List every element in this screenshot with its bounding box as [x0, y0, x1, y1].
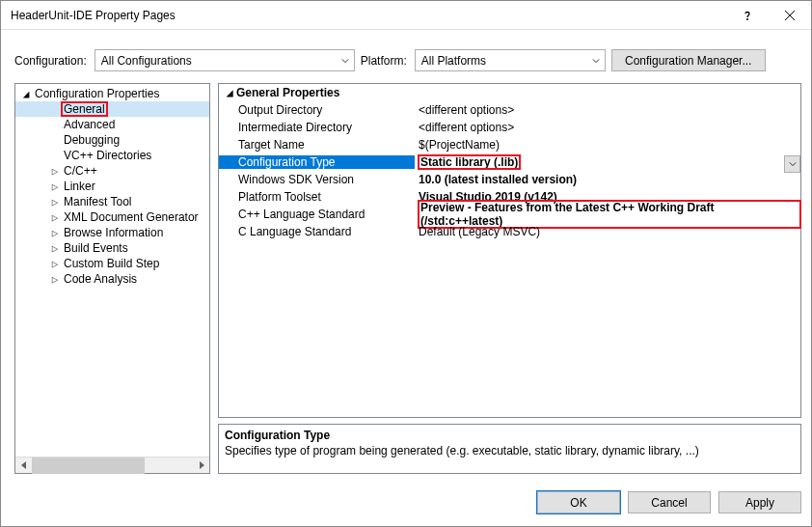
- configuration-manager-button[interactable]: Configuration Manager...: [611, 49, 766, 71]
- titlebar: HeaderUnit-IDE Property Pages: [1, 1, 811, 30]
- property-row[interactable]: Windows SDK Version10.0 (latest installe…: [219, 171, 800, 188]
- property-value[interactable]: Default (Legacy MSVC): [415, 225, 800, 238]
- property-name: Platform Toolset: [219, 190, 415, 204]
- tree-root-label: Configuration Properties: [33, 87, 161, 100]
- grid-header[interactable]: ◢ General Properties: [219, 84, 800, 101]
- collapse-icon[interactable]: ◢: [223, 86, 236, 99]
- property-name: C++ Language Standard: [219, 208, 415, 221]
- property-name: Configuration Type: [219, 155, 415, 169]
- expand-icon[interactable]: ▷: [48, 165, 62, 178]
- config-combo[interactable]: All Configurations: [95, 49, 355, 71]
- svg-point-0: [746, 18, 747, 19]
- tree-item-label: Manifest Tool: [62, 195, 133, 208]
- tree-item[interactable]: Advanced: [15, 117, 209, 132]
- tree-item-label: Code Analysis: [62, 272, 139, 286]
- tree-item[interactable]: ▷Browse Information: [15, 225, 209, 240]
- grid-header-label: General Properties: [236, 86, 339, 99]
- tree-item-label: VC++ Directories: [62, 149, 153, 162]
- horizontal-scrollbar[interactable]: [15, 457, 209, 473]
- tree-item-label: Advanced: [62, 118, 117, 131]
- scroll-track[interactable]: [32, 458, 193, 474]
- expand-icon[interactable]: ▷: [48, 211, 62, 224]
- tree-item-label: Build Events: [62, 241, 130, 255]
- tree-item-label: Debugging: [62, 133, 122, 147]
- property-value[interactable]: Static library (.lib): [415, 155, 800, 169]
- tree-panel: ◢ Configuration Properties GeneralAdvanc…: [14, 83, 210, 474]
- expand-icon[interactable]: ▷: [48, 273, 62, 286]
- expand-icon[interactable]: ▷: [48, 242, 62, 255]
- tree-item[interactable]: Debugging: [15, 132, 209, 148]
- scroll-right-icon[interactable]: [193, 458, 209, 474]
- property-value-text: <different options>: [419, 121, 514, 134]
- description-body: Specifies type of program being generate…: [225, 444, 795, 458]
- tree-item-label: C/C++: [62, 164, 99, 178]
- property-value[interactable]: <different options>: [415, 121, 800, 134]
- chevron-down-icon: [337, 50, 354, 70]
- property-row[interactable]: Intermediate Directory<different options…: [219, 119, 800, 136]
- platform-combo-value: All Platforms: [421, 54, 587, 68]
- configuration-manager-label: Configuration Manager...: [625, 54, 751, 68]
- chevron-down-icon: [587, 50, 605, 70]
- cancel-button[interactable]: Cancel: [628, 491, 711, 513]
- property-name: C Language Standard: [219, 225, 415, 238]
- apply-label: Apply: [745, 496, 774, 510]
- tree-item-label: Linker: [62, 180, 97, 193]
- tree-item[interactable]: General: [15, 101, 209, 117]
- tree-item[interactable]: ▷C/C++: [15, 163, 209, 179]
- expand-icon[interactable]: ▷: [48, 196, 62, 208]
- property-name: Target Name: [219, 138, 415, 152]
- config-combo-value: All Configurations: [101, 54, 337, 68]
- cancel-label: Cancel: [651, 496, 687, 510]
- property-value[interactable]: 10.0 (latest installed version): [415, 173, 800, 186]
- svg-marker-4: [200, 461, 204, 469]
- config-row: Configuration: All Configurations Platfo…: [1, 30, 811, 83]
- close-button[interactable]: [769, 1, 811, 30]
- tree-item-label: Browse Information: [62, 226, 165, 239]
- property-row[interactable]: C Language StandardDefault (Legacy MSVC): [219, 223, 800, 240]
- help-button[interactable]: [726, 1, 769, 30]
- apply-button[interactable]: Apply: [718, 491, 801, 513]
- scroll-left-icon[interactable]: [15, 458, 32, 474]
- footer: OK Cancel Apply: [1, 482, 811, 525]
- property-value[interactable]: <different options>: [415, 103, 800, 117]
- tree-item[interactable]: ▷Code Analysis: [15, 271, 209, 287]
- property-value-text: Static library (.lib): [419, 155, 520, 169]
- expand-icon[interactable]: ▷: [48, 258, 62, 270]
- platform-label: Platform:: [361, 54, 407, 68]
- property-value-text: <different options>: [419, 103, 514, 117]
- tree-item[interactable]: ▷Manifest Tool: [15, 194, 209, 209]
- ok-button[interactable]: OK: [537, 491, 620, 513]
- expand-icon[interactable]: ▷: [48, 180, 62, 193]
- tree-item[interactable]: ▷Custom Build Step: [15, 256, 209, 271]
- collapse-icon[interactable]: ◢: [19, 88, 33, 100]
- description-title: Configuration Type: [225, 429, 795, 442]
- tree-item[interactable]: ▷XML Document Generator: [15, 209, 209, 225]
- property-name: Windows SDK Version: [219, 173, 415, 186]
- scroll-thumb[interactable]: [32, 458, 145, 474]
- tree-item[interactable]: ▷Build Events: [15, 240, 209, 256]
- config-label: Configuration:: [14, 54, 87, 68]
- window-title: HeaderUnit-IDE Property Pages: [11, 9, 726, 22]
- platform-combo[interactable]: All Platforms: [415, 49, 606, 71]
- tree-item-label: General: [62, 102, 107, 116]
- tree-root[interactable]: ◢ Configuration Properties: [15, 86, 209, 101]
- tree-item-label: Custom Build Step: [62, 257, 161, 270]
- property-name: Intermediate Directory: [219, 121, 415, 134]
- property-value-text: 10.0 (latest installed version): [419, 173, 577, 186]
- property-row[interactable]: Output Directory<different options>: [219, 101, 800, 119]
- tree-item-label: XML Document Generator: [62, 210, 201, 224]
- property-grid: ◢ General Properties Output Directory<di…: [218, 83, 801, 418]
- tree: ◢ Configuration Properties GeneralAdvanc…: [15, 84, 209, 457]
- property-value-text: $(ProjectName): [419, 138, 500, 152]
- property-row[interactable]: Target Name$(ProjectName): [219, 136, 800, 153]
- tree-item[interactable]: ▷Linker: [15, 179, 209, 194]
- property-value[interactable]: $(ProjectName): [415, 138, 800, 152]
- tree-item[interactable]: VC++ Directories: [15, 148, 209, 163]
- property-row[interactable]: Configuration TypeStatic library (.lib): [219, 153, 800, 171]
- right-column: ◢ General Properties Output Directory<di…: [218, 83, 801, 474]
- property-name: Output Directory: [219, 103, 415, 117]
- expand-icon[interactable]: ▷: [48, 227, 62, 239]
- property-row[interactable]: C++ Language StandardPreview - Features …: [219, 206, 800, 223]
- svg-marker-3: [21, 461, 26, 469]
- ok-label: OK: [570, 496, 586, 510]
